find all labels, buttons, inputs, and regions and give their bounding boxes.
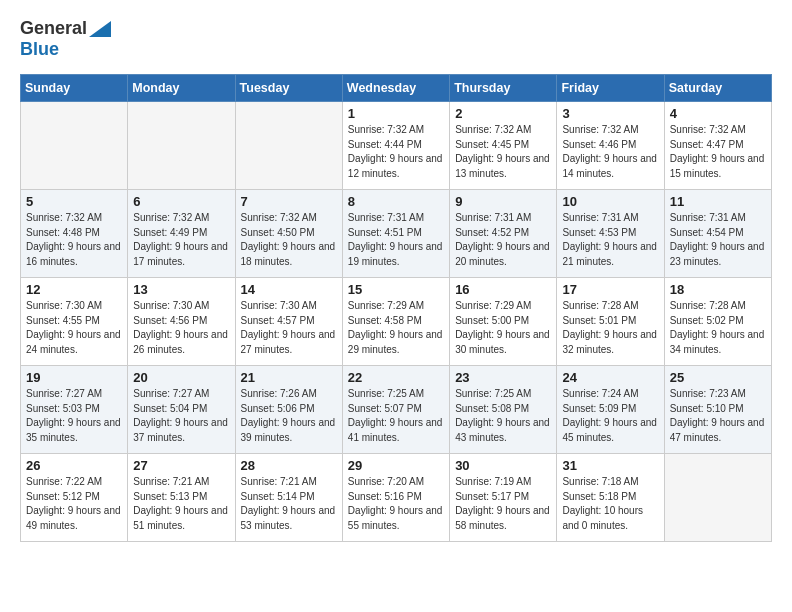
day-info: Sunrise: 7:25 AMSunset: 5:07 PMDaylight:… <box>348 387 444 445</box>
day-number: 1 <box>348 106 444 121</box>
day-info: Sunrise: 7:32 AMSunset: 4:47 PMDaylight:… <box>670 123 766 181</box>
weekday-header-cell: Friday <box>557 75 664 102</box>
calendar-day-cell: 4Sunrise: 7:32 AMSunset: 4:47 PMDaylight… <box>664 102 771 190</box>
calendar-day-cell: 12Sunrise: 7:30 AMSunset: 4:55 PMDayligh… <box>21 278 128 366</box>
day-info: Sunrise: 7:32 AMSunset: 4:50 PMDaylight:… <box>241 211 337 269</box>
day-number: 11 <box>670 194 766 209</box>
calendar-day-cell: 1Sunrise: 7:32 AMSunset: 4:44 PMDaylight… <box>342 102 449 190</box>
calendar-day-cell: 24Sunrise: 7:24 AMSunset: 5:09 PMDayligh… <box>557 366 664 454</box>
calendar-day-cell: 5Sunrise: 7:32 AMSunset: 4:48 PMDaylight… <box>21 190 128 278</box>
day-info: Sunrise: 7:20 AMSunset: 5:16 PMDaylight:… <box>348 475 444 533</box>
day-number: 27 <box>133 458 229 473</box>
day-info: Sunrise: 7:32 AMSunset: 4:49 PMDaylight:… <box>133 211 229 269</box>
calendar-table: SundayMondayTuesdayWednesdayThursdayFrid… <box>20 74 772 542</box>
day-info: Sunrise: 7:25 AMSunset: 5:08 PMDaylight:… <box>455 387 551 445</box>
day-number: 15 <box>348 282 444 297</box>
day-info: Sunrise: 7:31 AMSunset: 4:52 PMDaylight:… <box>455 211 551 269</box>
day-number: 2 <box>455 106 551 121</box>
calendar-week-row: 26Sunrise: 7:22 AMSunset: 5:12 PMDayligh… <box>21 454 772 542</box>
logo: General Blue <box>20 18 111 60</box>
weekday-header-cell: Saturday <box>664 75 771 102</box>
day-number: 21 <box>241 370 337 385</box>
day-number: 26 <box>26 458 122 473</box>
calendar-day-cell: 29Sunrise: 7:20 AMSunset: 5:16 PMDayligh… <box>342 454 449 542</box>
calendar-week-row: 19Sunrise: 7:27 AMSunset: 5:03 PMDayligh… <box>21 366 772 454</box>
day-number: 3 <box>562 106 658 121</box>
calendar-day-cell: 10Sunrise: 7:31 AMSunset: 4:53 PMDayligh… <box>557 190 664 278</box>
calendar-header: SundayMondayTuesdayWednesdayThursdayFrid… <box>21 75 772 102</box>
day-number: 4 <box>670 106 766 121</box>
day-info: Sunrise: 7:27 AMSunset: 5:04 PMDaylight:… <box>133 387 229 445</box>
weekday-header-cell: Sunday <box>21 75 128 102</box>
weekday-header-row: SundayMondayTuesdayWednesdayThursdayFrid… <box>21 75 772 102</box>
day-number: 5 <box>26 194 122 209</box>
calendar-day-cell: 3Sunrise: 7:32 AMSunset: 4:46 PMDaylight… <box>557 102 664 190</box>
day-info: Sunrise: 7:29 AMSunset: 4:58 PMDaylight:… <box>348 299 444 357</box>
calendar-day-cell: 16Sunrise: 7:29 AMSunset: 5:00 PMDayligh… <box>450 278 557 366</box>
day-number: 12 <box>26 282 122 297</box>
calendar-day-cell: 26Sunrise: 7:22 AMSunset: 5:12 PMDayligh… <box>21 454 128 542</box>
day-number: 29 <box>348 458 444 473</box>
calendar-day-cell: 18Sunrise: 7:28 AMSunset: 5:02 PMDayligh… <box>664 278 771 366</box>
day-number: 25 <box>670 370 766 385</box>
day-number: 8 <box>348 194 444 209</box>
day-info: Sunrise: 7:23 AMSunset: 5:10 PMDaylight:… <box>670 387 766 445</box>
calendar-body: 1Sunrise: 7:32 AMSunset: 4:44 PMDaylight… <box>21 102 772 542</box>
calendar-day-cell: 11Sunrise: 7:31 AMSunset: 4:54 PMDayligh… <box>664 190 771 278</box>
calendar-day-cell: 7Sunrise: 7:32 AMSunset: 4:50 PMDaylight… <box>235 190 342 278</box>
calendar-day-cell: 14Sunrise: 7:30 AMSunset: 4:57 PMDayligh… <box>235 278 342 366</box>
day-number: 16 <box>455 282 551 297</box>
calendar-day-cell: 28Sunrise: 7:21 AMSunset: 5:14 PMDayligh… <box>235 454 342 542</box>
day-info: Sunrise: 7:21 AMSunset: 5:13 PMDaylight:… <box>133 475 229 533</box>
weekday-header-cell: Tuesday <box>235 75 342 102</box>
day-number: 10 <box>562 194 658 209</box>
calendar-day-cell: 22Sunrise: 7:25 AMSunset: 5:07 PMDayligh… <box>342 366 449 454</box>
day-info: Sunrise: 7:29 AMSunset: 5:00 PMDaylight:… <box>455 299 551 357</box>
day-number: 20 <box>133 370 229 385</box>
day-info: Sunrise: 7:28 AMSunset: 5:01 PMDaylight:… <box>562 299 658 357</box>
day-number: 14 <box>241 282 337 297</box>
day-number: 23 <box>455 370 551 385</box>
calendar-week-row: 5Sunrise: 7:32 AMSunset: 4:48 PMDaylight… <box>21 190 772 278</box>
day-number: 30 <box>455 458 551 473</box>
calendar-day-cell: 8Sunrise: 7:31 AMSunset: 4:51 PMDaylight… <box>342 190 449 278</box>
calendar-day-cell: 27Sunrise: 7:21 AMSunset: 5:13 PMDayligh… <box>128 454 235 542</box>
day-info: Sunrise: 7:30 AMSunset: 4:57 PMDaylight:… <box>241 299 337 357</box>
calendar-day-cell: 2Sunrise: 7:32 AMSunset: 4:45 PMDaylight… <box>450 102 557 190</box>
svg-marker-0 <box>89 21 111 37</box>
day-number: 18 <box>670 282 766 297</box>
day-info: Sunrise: 7:22 AMSunset: 5:12 PMDaylight:… <box>26 475 122 533</box>
weekday-header-cell: Thursday <box>450 75 557 102</box>
calendar-container: General Blue SundayMondayTuesdayWednesda… <box>0 0 792 552</box>
day-info: Sunrise: 7:26 AMSunset: 5:06 PMDaylight:… <box>241 387 337 445</box>
day-number: 28 <box>241 458 337 473</box>
calendar-day-cell <box>235 102 342 190</box>
day-info: Sunrise: 7:24 AMSunset: 5:09 PMDaylight:… <box>562 387 658 445</box>
day-info: Sunrise: 7:21 AMSunset: 5:14 PMDaylight:… <box>241 475 337 533</box>
calendar-day-cell: 21Sunrise: 7:26 AMSunset: 5:06 PMDayligh… <box>235 366 342 454</box>
day-number: 9 <box>455 194 551 209</box>
day-info: Sunrise: 7:31 AMSunset: 4:53 PMDaylight:… <box>562 211 658 269</box>
calendar-day-cell: 15Sunrise: 7:29 AMSunset: 4:58 PMDayligh… <box>342 278 449 366</box>
day-info: Sunrise: 7:30 AMSunset: 4:56 PMDaylight:… <box>133 299 229 357</box>
calendar-day-cell: 31Sunrise: 7:18 AMSunset: 5:18 PMDayligh… <box>557 454 664 542</box>
calendar-week-row: 1Sunrise: 7:32 AMSunset: 4:44 PMDaylight… <box>21 102 772 190</box>
day-number: 22 <box>348 370 444 385</box>
calendar-day-cell: 13Sunrise: 7:30 AMSunset: 4:56 PMDayligh… <box>128 278 235 366</box>
calendar-day-cell: 20Sunrise: 7:27 AMSunset: 5:04 PMDayligh… <box>128 366 235 454</box>
logo-blue-text: Blue <box>20 39 59 60</box>
day-info: Sunrise: 7:18 AMSunset: 5:18 PMDaylight:… <box>562 475 658 533</box>
calendar-day-cell: 6Sunrise: 7:32 AMSunset: 4:49 PMDaylight… <box>128 190 235 278</box>
calendar-week-row: 12Sunrise: 7:30 AMSunset: 4:55 PMDayligh… <box>21 278 772 366</box>
day-info: Sunrise: 7:27 AMSunset: 5:03 PMDaylight:… <box>26 387 122 445</box>
calendar-day-cell: 9Sunrise: 7:31 AMSunset: 4:52 PMDaylight… <box>450 190 557 278</box>
calendar-day-cell: 25Sunrise: 7:23 AMSunset: 5:10 PMDayligh… <box>664 366 771 454</box>
calendar-day-cell <box>21 102 128 190</box>
calendar-day-cell: 30Sunrise: 7:19 AMSunset: 5:17 PMDayligh… <box>450 454 557 542</box>
day-info: Sunrise: 7:32 AMSunset: 4:46 PMDaylight:… <box>562 123 658 181</box>
day-number: 13 <box>133 282 229 297</box>
weekday-header-cell: Monday <box>128 75 235 102</box>
day-info: Sunrise: 7:31 AMSunset: 4:54 PMDaylight:… <box>670 211 766 269</box>
day-number: 6 <box>133 194 229 209</box>
day-number: 24 <box>562 370 658 385</box>
